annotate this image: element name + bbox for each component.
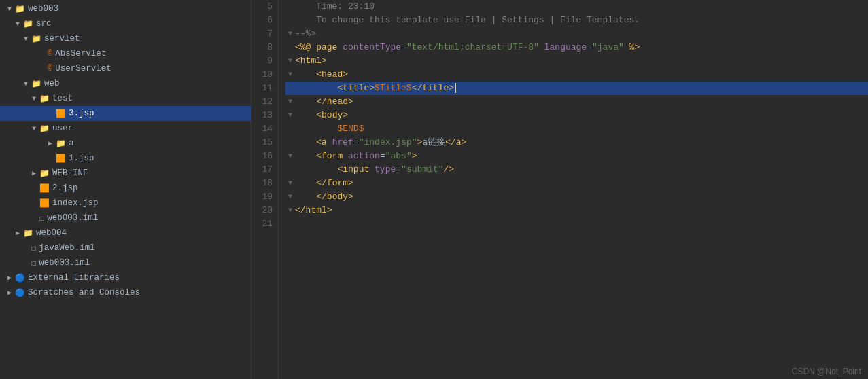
sidebar-item-extlibs[interactable]: ▶ 🔵 External Libraries [0, 270, 251, 285]
fold-10[interactable]: ▼ [285, 68, 295, 82]
code-line-12: ▼ </head> [285, 95, 868, 109]
code-line-11: <title>$Title$</title> [285, 82, 868, 95]
code-content-10: <head> [295, 68, 348, 82]
sidebar-item-userservlet[interactable]: © UserServlet [0, 61, 251, 76]
sidebar-item-web003iml2[interactable]: ◻ web003.iml [0, 255, 251, 270]
jsp-icon: 🟧 [56, 109, 66, 119]
jsp-icon: 🟧 [39, 198, 50, 209]
folder-icon: 📁 [39, 94, 50, 104]
arrow-user: ▼ [30, 125, 38, 132]
code-content-16: <form action="abs"> [295, 149, 417, 163]
fold-13[interactable]: ▼ [285, 109, 295, 122]
iml-icon: ◻ [39, 213, 44, 223]
folder-icon: 📁 [31, 79, 41, 89]
folder-icon: 📁 [56, 139, 66, 149]
line-numbers: 5 6 7 8 9 10 11 12 13 14 15 16 17 18 19 … [251, 0, 279, 379]
line-num-20: 20 [251, 204, 273, 217]
line-num-6: 6 [251, 14, 273, 27]
sidebar-label-web003iml: web003.iml [47, 213, 98, 223]
line-num-12: 12 [251, 95, 273, 109]
sidebar-item-absservlet[interactable]: © AbsServlet [0, 46, 251, 61]
sidebar-item-web003iml[interactable]: ◻ web003.iml [0, 211, 251, 225]
sidebar-label-src: src [36, 19, 52, 29]
code-content-5: Time: 23:10 [295, 0, 375, 14]
code-content-12: </head> [295, 95, 353, 109]
code-area[interactable]: Time: 23:10 To change this template use … [279, 0, 868, 379]
line-num-19: 19 [251, 190, 273, 204]
ext-icon: 🔵 [15, 273, 25, 283]
code-line-19: ▼ </body> [285, 190, 868, 204]
jsp-icon: 🟧 [56, 154, 66, 164]
line-num-13: 13 [251, 109, 273, 122]
sidebar-label-webinf: WEB-INF [52, 168, 88, 178]
arrow-web004: ▶ [14, 229, 22, 237]
code-line-9: ▼ <html> [285, 54, 868, 68]
sidebar-item-javawebiml[interactable]: ◻ javaWeb.iml [0, 240, 251, 255]
sidebar-item-servlet[interactable]: ▼ 📁 servlet [0, 31, 251, 46]
sidebar-label-3jsp: 3.jsp [69, 109, 94, 118]
sidebar-item-web003[interactable]: ▼ 📁 web003 [0, 1, 251, 16]
arrow-a: ▶ [46, 139, 54, 147]
code-content-6: To change this template use File | Setti… [295, 14, 640, 27]
sidebar-item-test[interactable]: ▼ 📁 test [0, 91, 251, 106]
fold-12[interactable]: ▼ [285, 95, 295, 109]
sidebar-item-src[interactable]: ▼ 📁 src [0, 16, 251, 31]
line-num-15: 15 [251, 136, 273, 149]
file-tree: ▼ 📁 web003 ▼ 📁 src ▼ 📁 servlet © AbsServ… [0, 0, 251, 379]
editor-content: 5 6 7 8 9 10 11 12 13 14 15 16 17 18 19 … [251, 0, 868, 379]
line-num-11: 11 [251, 82, 273, 95]
sidebar-label-test: test [52, 94, 73, 103]
sidebar-item-2jsp[interactable]: 🟧 2.jsp [0, 181, 251, 196]
code-line-13: ▼ <body> [285, 109, 868, 122]
fold-16[interactable]: ▼ [285, 149, 295, 163]
folder-icon: 📁 [39, 168, 50, 179]
code-content-7: --%> [295, 27, 316, 41]
code-line-21 [285, 217, 868, 231]
fold-9[interactable]: ▼ [285, 54, 295, 68]
code-content-8: <%@ page contentType="text/html;charset=… [295, 41, 640, 54]
sidebar-label-javawebiml: javaWeb.iml [39, 243, 95, 253]
code-line-16: ▼ <form action="abs"> [285, 149, 868, 163]
java-icon: © [48, 49, 52, 58]
line-num-5: 5 [251, 0, 273, 14]
folder-icon: 📁 [31, 34, 41, 44]
fold-20[interactable]: ▼ [285, 204, 295, 217]
sidebar-item-user[interactable]: ▼ 📁 user [0, 121, 251, 136]
code-content-20: </html> [295, 204, 332, 217]
branding-text: CSDN @Not_Point [792, 367, 861, 376]
sidebar-item-3jsp[interactable]: 🟧 3.jsp [0, 106, 251, 121]
sidebar-item-a[interactable]: ▶ 📁 a [0, 136, 251, 151]
fold-19[interactable]: ▼ [285, 190, 295, 204]
sidebar-label-1jsp: 1.jsp [69, 154, 94, 163]
sidebar-label-2jsp: 2.jsp [52, 183, 78, 193]
sidebar-label-absservlet: AbsServlet [55, 49, 106, 58]
sidebar-item-indexjsp[interactable]: 🟧 index.jsp [0, 196, 251, 211]
sidebar-item-webinf[interactable]: ▶ 📁 WEB-INF [0, 166, 251, 181]
line-num-8: 8 [251, 41, 273, 54]
folder-icon: 📁 [15, 4, 25, 14]
sidebar-item-web[interactable]: ▼ 📁 web [0, 76, 251, 91]
sidebar-item-web004[interactable]: ▶ 📁 web004 [0, 225, 251, 240]
arrow-web: ▼ [22, 80, 30, 88]
fold-18[interactable]: ▼ [285, 177, 295, 190]
sidebar-label-extlibs: External Libraries [28, 273, 120, 283]
code-content-11: <title>$Title$</title> [295, 82, 462, 95]
line-num-18: 18 [251, 177, 273, 190]
sidebar-item-1jsp[interactable]: 🟧 1.jsp [0, 151, 251, 166]
sidebar-label-web004: web004 [36, 228, 67, 238]
arrow-src: ▼ [14, 20, 22, 28]
fold-7[interactable]: ▼ [285, 27, 295, 41]
arrow-test: ▼ [30, 95, 38, 103]
code-content-19: </body> [295, 190, 353, 204]
arrow-extlibs: ▶ [5, 274, 14, 282]
sidebar-item-scratches[interactable]: ▶ 🔵 Scratches and Consoles [0, 285, 251, 300]
sidebar-label-indexjsp: index.jsp [52, 198, 99, 208]
code-line-15: <a href="index.jsp">a链接</a> [285, 136, 868, 149]
sidebar-label-web: web [44, 79, 60, 88]
sidebar-label-web003iml2: web003.iml [39, 258, 90, 268]
code-line-6: To change this template use File | Setti… [285, 14, 868, 27]
folder-icon: 📁 [23, 19, 33, 29]
code-editor: 5 6 7 8 9 10 11 12 13 14 15 16 17 18 19 … [251, 0, 868, 379]
sidebar-label-web003: web003 [28, 4, 58, 14]
iml-icon: ◻ [31, 243, 36, 253]
